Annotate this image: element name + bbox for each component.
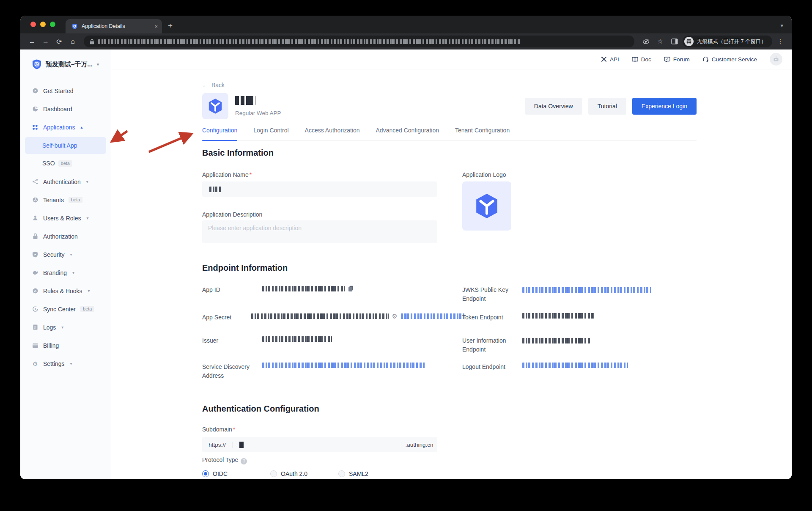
robot-avatar-icon	[773, 56, 779, 62]
sidebar-subitem-label: Self-built App	[42, 142, 77, 149]
sidebar-item-logs[interactable]: Logs ▾	[20, 318, 111, 336]
label-text: Application Name	[202, 171, 249, 178]
browser-toolbar: ← → ⟳ ⌂ ☆	[20, 33, 792, 49]
back-button[interactable]: ←	[26, 36, 38, 47]
required-asterisk: *	[250, 171, 252, 178]
detail-tabs: Configuration Login Control Access Autho…	[202, 127, 697, 141]
customer-service-link[interactable]: Customer Service	[702, 56, 757, 63]
branding-icon	[32, 270, 38, 275]
reload-button[interactable]: ⟳	[53, 36, 65, 47]
back-label: Back	[211, 82, 225, 88]
collapse-caret-icon: ▴	[81, 125, 83, 129]
app-type-label: Regular Web APP	[235, 110, 281, 116]
browser-menu-icon[interactable]: ⋮	[774, 35, 787, 48]
forum-link[interactable]: Forum	[664, 56, 690, 63]
sidebar-item-authorization[interactable]: Authorization	[20, 227, 111, 245]
sidebar-item-sync-center[interactable]: Sync Center beta	[20, 300, 111, 318]
doc-link[interactable]: Doc	[632, 56, 651, 63]
radio-dot-selected	[202, 470, 209, 477]
customer-service-label: Customer Service	[712, 56, 757, 63]
minimize-window-button[interactable]	[40, 22, 46, 27]
app-id-label: App ID	[202, 286, 262, 294]
tab-tenant-configuration[interactable]: Tenant Configuration	[455, 127, 510, 140]
tab-advanced-configuration[interactable]: Advanced Configuration	[376, 127, 439, 140]
password-eye-off-icon[interactable]	[639, 35, 652, 48]
sidebar-item-applications[interactable]: Applications ▴	[20, 118, 111, 136]
sidebar-item-label: Applications	[43, 124, 75, 131]
sidebar-item-dashboard[interactable]: Dashboard	[20, 100, 111, 118]
api-link[interactable]: API	[601, 56, 619, 63]
close-window-button[interactable]	[30, 22, 36, 27]
sidebar-item-sso[interactable]: SSO beta	[25, 155, 106, 172]
tab-access-authorization[interactable]: Access Authorization	[305, 127, 360, 140]
experience-login-button[interactable]: Experience Login	[632, 98, 697, 115]
sidebar-item-branding[interactable]: Branding ▾	[20, 264, 111, 282]
application-description-textarea[interactable]: Please enter application description	[202, 220, 437, 243]
avatar[interactable]	[770, 53, 782, 66]
token-endpoint-row: Token Endpoint	[462, 313, 699, 322]
masked-value	[522, 313, 594, 319]
tab-search-chevron-icon[interactable]: ▾	[780, 22, 783, 29]
zoom-window-button[interactable]	[50, 22, 55, 27]
radio-oidc[interactable]: OIDC	[202, 470, 270, 477]
incognito-badge[interactable]: 无痕模式（已打开 7 个窗口）	[683, 36, 772, 47]
sidebar-item-rules-hooks[interactable]: A Rules & Hooks ▾	[20, 282, 111, 300]
forum-label: Forum	[673, 56, 690, 63]
side-panel-icon[interactable]	[668, 35, 681, 48]
radio-oauth2[interactable]: OAuth 2.0	[270, 470, 338, 477]
masked-value	[262, 286, 345, 291]
subdomain-input[interactable]	[233, 442, 401, 448]
sidebar-item-authentication[interactable]: Authentication ▾	[20, 173, 111, 191]
tutorial-button[interactable]: Tutorial	[588, 98, 626, 115]
authentication-icon	[32, 179, 38, 185]
sidebar-item-label: Get Started	[43, 88, 74, 94]
application-logo-tile[interactable]	[462, 181, 511, 231]
lock-icon	[90, 39, 94, 44]
app-cube-icon-large	[475, 193, 499, 219]
new-tab-button[interactable]: +	[168, 21, 173, 30]
tab-close-icon[interactable]: ×	[154, 23, 158, 30]
get-started-icon	[32, 88, 38, 94]
copy-icon[interactable]	[348, 286, 354, 292]
sidebar-item-billing[interactable]: Billing	[20, 336, 111, 354]
masked-value	[209, 187, 221, 192]
users-roles-icon	[32, 215, 38, 221]
tab-login-control[interactable]: Login Control	[253, 127, 288, 140]
beta-badge: beta	[80, 306, 94, 312]
browser-tab[interactable]: Application Details ×	[66, 19, 162, 33]
sidebar-item-label: Logs	[43, 324, 56, 331]
secret-settings-gear-icon[interactable]: ⚙	[392, 313, 398, 319]
radio-saml2[interactable]: SAML2	[338, 470, 406, 477]
sidebar-item-label: Sync Center	[43, 306, 76, 313]
service-discovery-link-masked[interactable]	[262, 363, 425, 368]
back-link[interactable]: ← Back	[202, 82, 225, 88]
collapse-caret-icon: ▾	[61, 325, 63, 330]
url-prefix: https://	[202, 442, 233, 448]
sidebar-item-label: Tenants	[43, 197, 64, 203]
home-button[interactable]: ⌂	[67, 36, 79, 47]
workspace-switcher[interactable]: 预发测试–千万... ▾	[20, 57, 111, 71]
logout-link-masked[interactable]	[522, 363, 628, 368]
sidebar-item-label: Security	[43, 251, 65, 258]
subdomain-input-group: https:// .authing.cn	[202, 437, 437, 452]
forward-button[interactable]: →	[40, 36, 52, 47]
sidebar-item-self-built-app[interactable]: Self-built App	[25, 137, 106, 154]
sidebar-item-tenants[interactable]: Tenants beta	[20, 191, 111, 209]
sidebar-item-settings[interactable]: ⚙ Settings ▾	[20, 354, 111, 373]
help-question-icon[interactable]: ?	[241, 458, 247, 464]
application-name-input[interactable]	[202, 181, 437, 197]
token-endpoint-label: Token Endpoint	[462, 313, 522, 322]
masked-value	[262, 336, 332, 342]
sidebar-item-security[interactable]: Security ▾	[20, 245, 111, 264]
sidebar-item-get-started[interactable]: Get Started	[20, 82, 111, 100]
sidebar-item-users-roles[interactable]: Users & Roles ▾	[20, 209, 111, 227]
app-id-row: App ID	[202, 286, 439, 294]
secret-actions-masked-links[interactable]	[401, 313, 464, 319]
bookmark-star-icon[interactable]: ☆	[654, 35, 667, 48]
tab-configuration[interactable]: Configuration	[202, 127, 237, 140]
settings-gear-icon: ⚙	[32, 360, 38, 367]
forum-chat-icon	[664, 57, 670, 62]
data-overview-button[interactable]: Data Overview	[525, 98, 582, 115]
jwks-link-masked[interactable]	[522, 287, 651, 293]
address-bar[interactable]	[84, 36, 634, 47]
